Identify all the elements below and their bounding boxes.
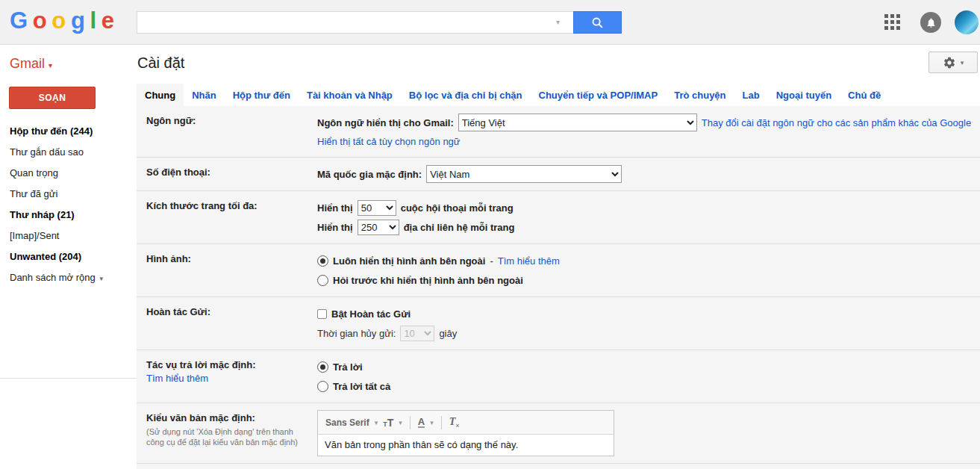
setting-row-images: Hình ảnh: Luôn hiển thị hình ảnh bên ngo…	[137, 244, 980, 297]
radio-reply[interactable]	[317, 361, 328, 373]
row-label: Tác vụ trả lời mặc định:	[146, 359, 256, 370]
logo-letter: o	[52, 7, 65, 34]
setting-row-language: Ngôn ngữ: Ngôn ngữ hiển thị cho Gmail: T…	[137, 106, 980, 158]
learn-more-link[interactable]: Tìm hiểu thêm	[498, 255, 560, 267]
tab-offline[interactable]: Ngoại tuyến	[768, 84, 840, 106]
gear-icon	[943, 56, 956, 69]
conversations-per-page-select[interactable]: 50	[358, 200, 396, 216]
show-all-language-options-link[interactable]: Hiển thị tất cả tùy chọn ngôn ngữ	[317, 136, 461, 147]
setting-row-conversation-view: Chế độ xem cuộc hội thoại: (nhóm các thư…	[137, 464, 980, 469]
tab-labs[interactable]: Lab	[734, 84, 768, 106]
font-family-button[interactable]: Sans Serif	[325, 417, 369, 428]
setting-row-phone: Số điện thoại: Mã quốc gia mặc định: Việ…	[137, 158, 980, 191]
tab-labels[interactable]: Nhãn	[184, 84, 225, 106]
remove-formatting-button[interactable]: T×	[449, 416, 460, 429]
tab-chat[interactable]: Trò chuyện	[666, 84, 734, 106]
radio-reply-all[interactable]	[317, 381, 328, 392]
radio-label: Trả lời tất cả	[333, 381, 390, 392]
chevron-down-icon: ▾	[961, 59, 964, 66]
search-options-caret-icon[interactable]: ▾	[556, 18, 560, 26]
sidebar-item-inbox[interactable]: Hộp thư đến (244)	[0, 121, 127, 142]
logo-letter: o	[33, 7, 46, 34]
tab-general[interactable]: Chung	[137, 84, 184, 106]
apps-grid-icon[interactable]	[884, 14, 901, 31]
top-bar: G o o g l e ▾	[0, 0, 980, 45]
logo-letter: G	[10, 7, 27, 34]
tab-accounts-import[interactable]: Tài khoản và Nhập	[299, 84, 401, 106]
undo-send-checkbox[interactable]	[317, 309, 327, 319]
bell-icon	[926, 17, 937, 28]
row-note: (Sử dụng nút 'Xóa Định dạng' trên thanh …	[146, 426, 303, 447]
separator-dash: -	[490, 255, 493, 267]
radio-label: Luôn hiển thị hình ảnh bên ngoài	[333, 255, 485, 267]
logo-letter: l	[90, 7, 96, 34]
row-label: Hoàn tác Gửi:	[146, 306, 210, 317]
google-logo[interactable]: G o o g l e	[10, 7, 113, 34]
setting-row-text-style: Kiểu văn bản mặc định: (Sử dụng nút 'Xóa…	[137, 403, 980, 464]
gmail-settings-page: G o o g l e ▾	[0, 0, 980, 469]
radio-always-show-images[interactable]	[317, 255, 328, 267]
chevron-down-icon[interactable]: ▾	[399, 419, 402, 426]
tab-forwarding-pop-imap[interactable]: Chuyển tiếp và POP/IMAP	[531, 84, 667, 106]
search-button[interactable]	[573, 11, 622, 34]
topbar-right-controls	[884, 0, 980, 45]
settings-tabs: Chung Nhãn Hộp thư đến Tài khoản và Nhập…	[137, 84, 980, 106]
setting-row-page-size: Kích thước trang tối đa: Hiển thị 50 cuộ…	[137, 191, 980, 244]
setting-row-undo-send: Hoàn tác Gửi: Bật Hoàn tác Gửi Thời gian…	[137, 297, 980, 350]
contacts-per-page-select[interactable]: 250	[358, 220, 399, 235]
sidebar-item-sent[interactable]: Thư đã gửi	[0, 184, 127, 205]
setting-row-default-reply: Tác vụ trả lời mặc định: Tìm hiểu thêm T…	[137, 350, 980, 403]
row-label: Số điện thoại:	[146, 167, 210, 178]
chevron-down-icon[interactable]: ▾	[430, 419, 434, 426]
logo-letter: e	[102, 7, 113, 34]
learn-more-link[interactable]: Tìm hiểu thêm	[146, 373, 208, 384]
cancel-period-label: Thời gian hủy gửi:	[317, 328, 396, 339]
logo-letter: g	[71, 7, 84, 34]
toolbar-divider	[410, 416, 411, 429]
formatting-toolbar: Sans Serif ▾ TT ▾ A ▾ T×	[318, 411, 614, 435]
cancel-period-select[interactable]: 10	[400, 326, 434, 341]
tab-filters-blocked[interactable]: Bộ lọc và địa chỉ bị chặn	[401, 84, 531, 106]
seconds-label: giây	[439, 328, 457, 339]
gmail-label: Gmail	[10, 56, 45, 71]
chevron-down-icon[interactable]: ▾	[375, 419, 378, 426]
tab-inbox[interactable]: Hộp thư đến	[225, 84, 299, 106]
sidebar-item-imap-sent[interactable]: [Imap]/Sent	[0, 226, 127, 246]
sidebar-item-unwanted[interactable]: Unwanted (204)	[0, 246, 127, 267]
tab-themes[interactable]: Chủ đề	[840, 84, 889, 106]
profile-avatar[interactable]	[955, 10, 979, 34]
country-code-field-label: Mã quốc gia mặc định:	[317, 169, 422, 180]
language-select[interactable]: Tiếng Việt	[458, 114, 697, 131]
settings-rows: Ngôn ngữ: Ngôn ngữ hiển thị cho Gmail: T…	[137, 106, 980, 469]
chevron-down-icon: ▾	[49, 61, 52, 69]
text-style-editor: Sans Serif ▾ TT ▾ A ▾ T× Văn bản trong p…	[317, 410, 614, 456]
contacts-per-page-label: địa chỉ liên hệ mỗi trang	[404, 222, 515, 233]
search-icon	[591, 16, 604, 29]
search-bar: ▾	[137, 11, 622, 34]
settings-gear-button[interactable]: ▾	[928, 52, 978, 73]
font-size-button[interactable]: TT	[383, 417, 393, 429]
sidebar-item-label: Danh sách mở rộng	[10, 272, 96, 283]
language-field-label: Ngôn ngữ hiển thị cho Gmail:	[317, 117, 454, 128]
search-input[interactable]	[137, 11, 573, 34]
text-style-preview: Văn bản trong phần thân sẽ có dạng thế n…	[318, 435, 614, 456]
compose-button[interactable]: SOẠN	[9, 87, 96, 109]
change-language-link[interactable]: Thay đổi cài đặt ngôn ngữ cho các sản ph…	[702, 117, 971, 128]
gmail-app-menu[interactable]: Gmail ▾	[10, 56, 52, 72]
row-label: Hình ảnh:	[146, 253, 191, 264]
radio-ask-before-images[interactable]	[317, 275, 328, 286]
sidebar-item-drafts[interactable]: Thư nháp (21)	[0, 205, 127, 226]
notifications-button[interactable]	[920, 12, 941, 33]
country-code-select[interactable]: Việt Nam	[426, 165, 622, 183]
sidebar-item-important[interactable]: Quan trọng	[0, 163, 127, 184]
sidebar: SOẠN Hộp thư đến (244) Thư gắn dấu sao Q…	[0, 84, 127, 469]
conversations-per-page-label: cuộc hội thoại mỗi trang	[401, 202, 514, 214]
checkbox-label: Bật Hoàn tác Gửi	[331, 308, 411, 320]
app-header: Gmail ▾ Cài đặt ▾	[0, 46, 980, 84]
show-label: Hiển thị	[317, 202, 353, 214]
sidebar-item-more[interactable]: Danh sách mở rộng ▾	[0, 267, 127, 289]
page-title: Cài đặt	[137, 55, 184, 72]
text-color-button[interactable]: A	[418, 417, 425, 428]
sidebar-item-starred[interactable]: Thư gắn dấu sao	[0, 142, 127, 163]
settings-content: Chung Nhãn Hộp thư đến Tài khoản và Nhập…	[137, 84, 980, 469]
